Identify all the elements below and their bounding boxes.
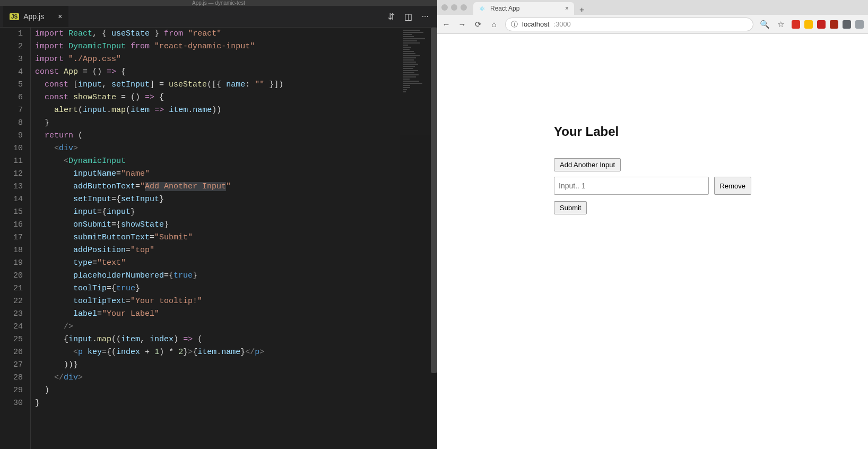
- browser-pane: ⚛ React App × + ← → ⟳ ⌂ ⓘ localhost:3000…: [437, 0, 868, 449]
- editor-tabbar: JS App.js × ⇵ ◫ ···: [0, 6, 437, 27]
- vscode-titlebar: App.js — dynamic-test: [0, 0, 437, 6]
- traffic-minimize-icon[interactable]: [451, 4, 457, 11]
- scrollbar-thumb[interactable]: [431, 28, 437, 373]
- editor-tab-appjs[interactable]: JS App.js ×: [3, 6, 68, 27]
- extension-icon[interactable]: [817, 20, 826, 29]
- home-icon[interactable]: ⌂: [489, 20, 499, 29]
- more-actions-icon[interactable]: ···: [422, 12, 429, 22]
- line-number-gutter: 1234567891011121314151617181920212223242…: [0, 28, 31, 449]
- close-tab-icon[interactable]: ×: [58, 12, 62, 21]
- dynamic-text-input[interactable]: [554, 177, 709, 195]
- compare-icon[interactable]: ⇵: [388, 12, 395, 22]
- input-row: Remove: [554, 177, 751, 195]
- editor-scrollbar[interactable]: [431, 28, 437, 449]
- submit-button[interactable]: Submit: [554, 201, 587, 214]
- forward-icon[interactable]: →: [457, 20, 467, 29]
- traffic-close-icon[interactable]: [441, 4, 448, 11]
- extension-icon[interactable]: [804, 20, 813, 29]
- chrome-tabstrip: ⚛ React App × +: [473, 0, 864, 15]
- address-bar[interactable]: ⓘ localhost:3000: [505, 18, 753, 31]
- zoom-icon[interactable]: 🔍: [760, 20, 769, 29]
- browser-toolbar: ← → ⟳ ⌂ ⓘ localhost:3000 🔍 ☆: [437, 15, 868, 34]
- browser-tab-title: React App: [490, 5, 519, 12]
- split-editor-icon[interactable]: ◫: [404, 12, 412, 22]
- extension-icon[interactable]: [855, 20, 864, 29]
- browser-tab-react-app[interactable]: ⚛ React App ×: [473, 2, 574, 15]
- vscode-editor-pane: App.js — dynamic-test JS App.js × ⇵ ◫ ··…: [0, 0, 437, 449]
- new-tab-button[interactable]: +: [579, 5, 584, 15]
- editor-tab-actions: ⇵ ◫ ···: [388, 12, 434, 22]
- extension-icon[interactable]: [843, 20, 851, 29]
- close-browser-tab-icon[interactable]: ×: [565, 5, 569, 12]
- browser-titlebar: ⚛ React App × +: [437, 0, 868, 15]
- tab-filename: App.js: [23, 12, 44, 21]
- url-path: :3000: [553, 20, 571, 28]
- bookmark-star-icon[interactable]: ☆: [776, 20, 785, 29]
- code-content[interactable]: import React, { useState } from "react"i…: [31, 28, 437, 449]
- page-content: Your Label Add Another Input Remove Subm…: [437, 34, 868, 449]
- editor-body[interactable]: 1234567891011121314151617181920212223242…: [0, 27, 437, 449]
- back-icon[interactable]: ←: [441, 20, 451, 29]
- reload-icon[interactable]: ⟳: [473, 20, 483, 29]
- extension-icon[interactable]: [792, 20, 800, 29]
- remove-input-button[interactable]: Remove: [714, 177, 751, 195]
- window-title: App.js — dynamic-test: [192, 0, 245, 6]
- react-favicon-icon: ⚛: [479, 5, 486, 12]
- add-another-input-button[interactable]: Add Another Input: [554, 158, 621, 171]
- traffic-zoom-icon[interactable]: [461, 4, 467, 11]
- extension-icons: [792, 20, 864, 29]
- site-info-icon[interactable]: ⓘ: [511, 20, 518, 29]
- form-label-heading: Your Label: [554, 124, 751, 139]
- dynamic-input-component: Your Label Add Another Input Remove Subm…: [554, 124, 751, 449]
- extension-icon[interactable]: [830, 20, 838, 29]
- js-file-icon: JS: [10, 13, 19, 20]
- url-host: localhost: [522, 20, 549, 28]
